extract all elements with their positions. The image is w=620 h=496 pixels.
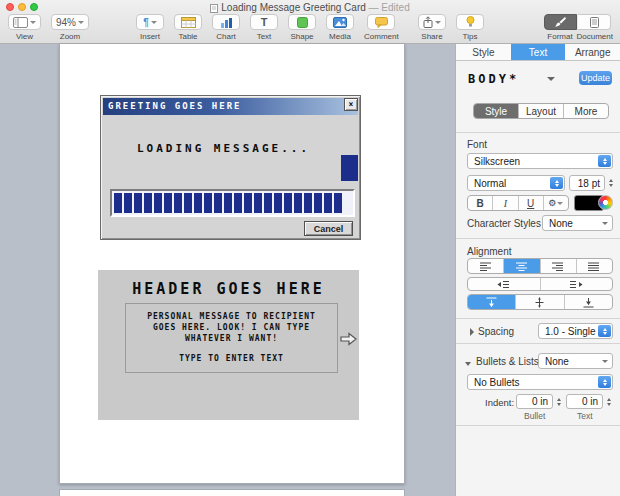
advanced-options-button[interactable]: ⚙ (544, 196, 568, 210)
color-wheel-button[interactable] (598, 195, 613, 210)
document-canvas[interactable]: GREETING GOES HERE × LOADING MESSAGE... … (0, 44, 455, 496)
bullet-indent-field[interactable]: 0 in (516, 394, 553, 409)
media-button[interactable]: Media (326, 14, 354, 41)
chevron-down-icon (435, 21, 441, 27)
main-area: GREETING GOES HERE × LOADING MESSAGE... … (0, 44, 620, 496)
message-card[interactable]: HEADER GOES HERE PERSONAL MESSAGE TO REC… (98, 270, 359, 420)
document-button[interactable]: Document (577, 14, 613, 41)
align-right-button[interactable] (541, 259, 577, 273)
divider (456, 132, 620, 133)
font-family-select[interactable]: Silkscreen (467, 153, 613, 169)
character-styles-select[interactable]: None (542, 215, 613, 231)
progress-segment (224, 193, 232, 213)
align-top-icon (486, 297, 497, 308)
character-styles-label: Character Styles (467, 218, 541, 229)
personal-message-box[interactable]: PERSONAL MESSAGE TO RECIPIENT GOES HERE.… (125, 303, 338, 373)
text-indent-stepper[interactable] (605, 394, 613, 409)
document-icon (590, 17, 599, 28)
style-dropdown-icon[interactable] (547, 77, 555, 85)
paragraph-style-name[interactable]: BODY* (468, 72, 519, 86)
underline-button[interactable]: U (519, 196, 544, 210)
align-center-button[interactable] (504, 259, 540, 273)
message-line: PERSONAL MESSAGE TO RECIPIENT (126, 311, 337, 322)
insert-button[interactable]: ¶ Insert (136, 14, 164, 41)
indent-label: Indent: (485, 397, 514, 408)
pages-window: Loading Message Greeting Card — Edited V… (0, 0, 620, 496)
align-left-icon (480, 262, 492, 271)
cancel-button[interactable]: Cancel (304, 221, 353, 236)
italic-button[interactable]: I (493, 196, 518, 210)
progress-segment (124, 193, 132, 213)
align-top-button[interactable] (468, 295, 516, 309)
zoom-button[interactable]: 94% Zoom (51, 14, 89, 41)
chart-button[interactable]: Chart (212, 14, 240, 41)
tips-button[interactable]: Tips (456, 14, 484, 41)
paragraph-icon: ¶ (143, 17, 149, 28)
bullet-style-select[interactable]: No Bullets (467, 374, 613, 390)
update-style-button[interactable]: Update (579, 71, 612, 85)
next-page[interactable] (59, 489, 405, 496)
share-button[interactable]: Share (418, 14, 446, 41)
format-button[interactable]: Format (544, 14, 577, 41)
text-button[interactable]: T Text (250, 14, 278, 41)
right-arrow-icon (340, 332, 357, 346)
window-chrome: Loading Message Greeting Card — Edited V… (0, 0, 620, 44)
subtab-style[interactable]: Style (474, 104, 519, 118)
paragraph-style-row: BODY* Update (468, 70, 612, 88)
tab-arrange[interactable]: Arrange (565, 44, 620, 60)
align-center-icon (516, 262, 528, 271)
horizontal-alignment-group (467, 258, 613, 274)
decrease-indent-button[interactable] (468, 278, 541, 290)
progress-segment (334, 193, 342, 213)
window-title: Loading Message Greeting Card — Edited (0, 2, 620, 13)
edited-badge: — Edited (369, 2, 410, 13)
tab-style[interactable]: Style (456, 44, 511, 60)
subtab-more[interactable]: More (564, 104, 608, 118)
align-middle-button[interactable] (516, 295, 564, 309)
page[interactable]: GREETING GOES HERE × LOADING MESSAGE... … (59, 44, 405, 484)
indent-buttons-group (467, 277, 613, 291)
font-size-field[interactable]: 18 pt (569, 175, 605, 191)
bullets-type-select[interactable]: None (538, 353, 613, 369)
dialog-titlebar[interactable]: GREETING GOES HERE (103, 98, 358, 115)
subtab-layout[interactable]: Layout (519, 104, 564, 118)
loading-message-text: LOADING MESSAGE... (101, 142, 346, 155)
progress-segment (284, 193, 292, 213)
align-justify-button[interactable] (577, 259, 612, 273)
shape-button[interactable]: Shape (288, 14, 316, 41)
progress-segment (304, 193, 312, 213)
divider (456, 343, 620, 344)
divider (456, 238, 620, 239)
text-caption: Text (577, 411, 593, 421)
progress-segment (214, 193, 222, 213)
chart-icon (220, 17, 233, 28)
align-justify-icon (588, 262, 600, 271)
font-size-stepper[interactable] (607, 175, 615, 191)
toolbar: View 94% Zoom ¶ Insert Table (0, 14, 620, 43)
dialog-close-button[interactable]: × (344, 98, 358, 111)
font-weight-select[interactable]: Normal (467, 175, 565, 191)
spacing-select[interactable]: 1.0 - Single (538, 323, 613, 339)
table-button[interactable]: Table (174, 14, 202, 41)
bold-button[interactable]: B (468, 196, 493, 210)
align-right-icon (552, 262, 564, 271)
bullet-indent-stepper[interactable] (555, 394, 563, 409)
bullets-disclosure-icon[interactable] (465, 362, 471, 366)
text-t-icon: T (261, 16, 268, 28)
bullets-lists-label: Bullets & Lists (476, 356, 539, 367)
align-bottom-button[interactable] (565, 295, 612, 309)
progress-segment (204, 193, 212, 213)
increase-indent-button[interactable] (541, 278, 613, 290)
loading-dialog-card[interactable]: GREETING GOES HERE × LOADING MESSAGE... … (100, 95, 361, 240)
align-left-button[interactable] (468, 259, 504, 273)
tab-text[interactable]: Text (511, 44, 566, 60)
spacing-disclosure-icon[interactable] (470, 328, 478, 336)
comment-button[interactable]: Comment (364, 14, 399, 41)
progress-segment (184, 193, 192, 213)
document-proxy-icon (210, 4, 218, 13)
message-line: GOES HERE. LOOK! I CAN TYPE (126, 322, 337, 333)
view-button[interactable]: View (8, 14, 41, 41)
bullet-caption: Bullet (524, 411, 545, 421)
card-header-text: HEADER GOES HERE (98, 280, 359, 298)
text-indent-field[interactable]: 0 in (566, 394, 603, 409)
